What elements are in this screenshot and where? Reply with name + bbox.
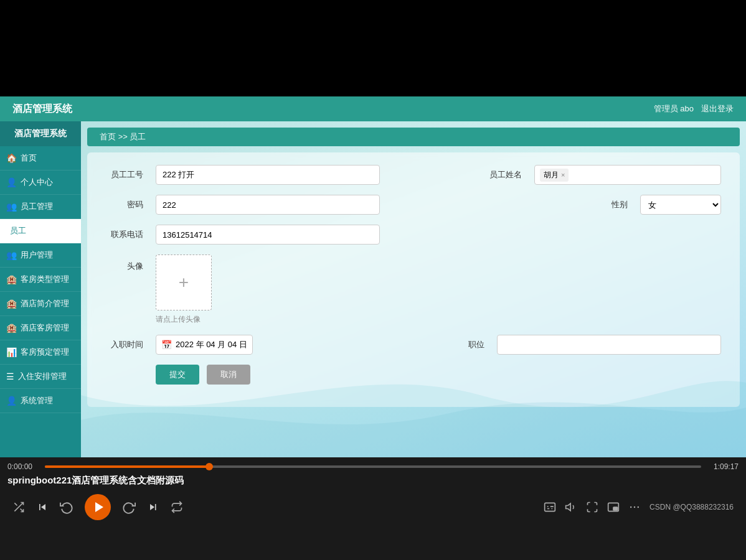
sidebar-item-hotel-room[interactable]: 🏨 酒店客房管理 [0,316,81,340]
admin-label: 管理员 abo [654,103,694,114]
breadcrumb-sep: >> [118,132,128,141]
name-tag: 胡月 × [540,169,569,182]
user-icon: 👥 [6,250,17,260]
content-area: 首页 >> 员工 员工工号 员工姓名 胡月 × [81,121,746,457]
gender-label: 性别 [590,199,628,210]
gender-select[interactable]: 女 男 [640,195,721,215]
sidebar-item-checkin[interactable]: ☰ 入住安排管理 [0,365,81,389]
player-title: springboot221酒店管理系统含文档附源码 [0,471,746,490]
header-right: 管理员 abo 退出登录 [654,103,734,114]
sidebar-label-hotel-room: 酒店客房管理 [21,322,69,334]
sidebar-item-booking[interactable]: 📊 客房预定管理 [0,340,81,365]
sidebar-logo: 酒店管理系统 [0,121,81,146]
staff-mgmt-icon: 👥 [6,202,17,212]
avatar-upload[interactable]: + [156,254,212,310]
name-tag-close[interactable]: × [561,171,565,179]
prev-button[interactable] [36,501,49,513]
breadcrumb-home[interactable]: 首页 [100,132,116,141]
sidebar-item-user[interactable]: 👥 用户管理 [0,243,81,268]
subtitle-button[interactable] [544,501,556,513]
person-icon: 👤 [6,177,17,187]
svg-marker-0 [95,502,103,512]
name-label: 员工姓名 [484,169,522,180]
progress-thumb [205,463,213,470]
sidebar-item-hotel-intro[interactable]: 🏨 酒店简介管理 [0,292,81,316]
breadcrumb: 首页 >> 员工 [87,128,740,146]
video-player: 0:00:00 1:09:17 springboot221酒店管理系统含文档附源… [0,457,746,560]
checkin-icon: ☰ [6,371,14,381]
join-date-label: 入职时间 [106,339,143,350]
employee-id-input[interactable] [156,165,380,185]
hotel-room-icon: 🏨 [6,323,17,333]
sidebar-label-home: 首页 [21,152,37,164]
svg-marker-2 [566,503,571,511]
header-bar: 酒店管理系统 管理员 abo 退出登录 [0,96,746,121]
fullscreen-button[interactable] [586,501,598,513]
position-input[interactable] [497,335,721,355]
sidebar-label-hotel-intro: 酒店简介管理 [21,298,69,309]
phone-label: 联系电话 [106,229,143,240]
svg-point-6 [634,506,636,508]
next-button[interactable] [147,501,159,513]
form-row-3: 联系电话 [106,225,721,245]
name-tag-input[interactable]: 胡月 × [534,165,721,185]
sidebar-label-room-type: 客房类型管理 [21,274,69,285]
join-date-value: 2022 年 04 月 04 日 [176,339,247,350]
rewind-button[interactable] [60,500,73,514]
form-card: 员工工号 员工姓名 胡月 × 密码 [87,152,740,407]
body-layout: 酒店管理系统 🏠 首页 👤 个人中心 👥 员工管理 员工 👥 用户管理 [0,121,746,457]
controls-left [12,494,183,520]
password-label: 密码 [106,199,143,210]
sidebar-label-staff-mgmt: 员工管理 [21,201,53,212]
sidebar-item-room-type[interactable]: 🏨 客房类型管理 [0,268,81,292]
logout-button[interactable]: 退出登录 [701,103,734,114]
system-icon: 👤 [6,396,17,406]
pip-button[interactable] [607,501,620,513]
shuffle-button[interactable] [12,501,25,513]
sidebar-label-user: 用户管理 [21,250,53,261]
sidebar-label-checkin: 入住安排管理 [18,371,67,382]
fast-forward-button[interactable] [122,500,136,514]
csdn-label: CSDN @QQ3888232316 [649,503,734,511]
form-row-1: 员工工号 员工姓名 胡月 × [106,165,721,185]
sidebar-label-booking: 客房预定管理 [21,347,69,358]
sidebar-label-system: 系统管理 [21,395,53,406]
submit-button[interactable]: 提交 [156,365,199,385]
home-icon: 🏠 [6,153,17,163]
cancel-button[interactable]: 取消 [207,365,250,385]
progress-area: 0:00:00 1:09:17 [0,457,746,471]
phone-input[interactable] [156,225,380,245]
sidebar: 酒店管理系统 🏠 首页 👤 个人中心 👥 员工管理 员工 👥 用户管理 [0,121,81,457]
volume-button[interactable] [565,501,577,513]
main-area: 酒店管理系统 管理员 abo 退出登录 酒店管理系统 🏠 首页 👤 个人中心 👥… [0,96,746,457]
current-time: 0:00:00 [7,462,39,471]
play-button[interactable] [85,494,111,520]
progress-fill [45,465,209,468]
avatar-label: 头像 [106,261,143,272]
join-date-input[interactable]: 📅 2022 年 04 月 04 日 [156,335,253,355]
sidebar-item-staff-mgmt[interactable]: 👥 员工管理 [0,195,81,219]
form-row-buttons: 提交 取消 [106,365,721,385]
sidebar-label-staff: 员工 [10,225,26,236]
password-input[interactable] [156,195,380,215]
hotel-intro-icon: 🏨 [6,299,17,309]
breadcrumb-current: 员工 [130,132,146,141]
total-time: 1:09:17 [707,462,739,471]
sidebar-item-system[interactable]: 👤 系统管理 [0,389,81,413]
name-tag-value: 胡月 [544,170,559,180]
progress-track[interactable] [45,465,701,468]
calendar-icon: 📅 [161,340,172,350]
booking-icon: 📊 [6,347,17,357]
sidebar-item-home[interactable]: 🏠 首页 [0,146,81,170]
more-button[interactable] [628,501,641,513]
sidebar-item-personal[interactable]: 👤 个人中心 [0,170,81,195]
sidebar-item-staff[interactable]: 员工 [0,219,81,243]
employee-id-label: 员工工号 [106,169,143,180]
svg-rect-4 [613,507,618,510]
controls-right: CSDN @QQ3888232316 [544,501,734,513]
avatar-plus-icon: + [179,273,189,292]
top-black-area [0,0,746,96]
sidebar-label-personal: 个人中心 [21,177,53,188]
app-title: 酒店管理系统 [12,103,72,116]
loop-button[interactable] [171,501,183,513]
